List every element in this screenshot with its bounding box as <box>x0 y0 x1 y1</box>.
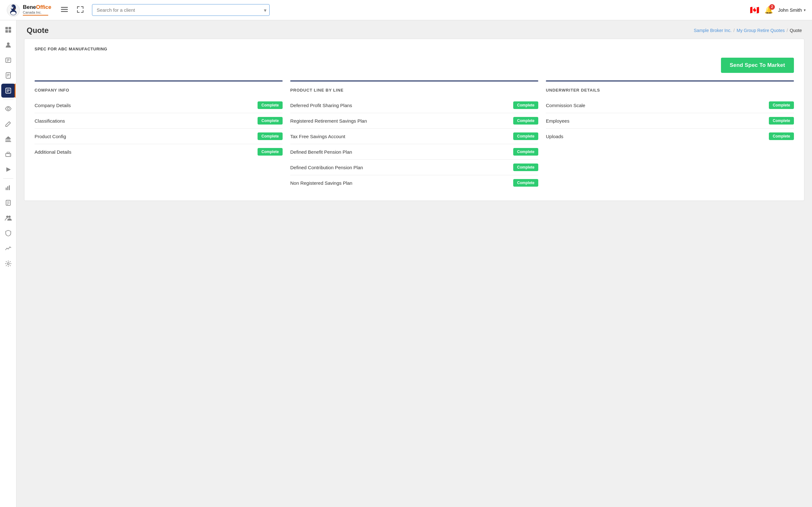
spec-row-label: Defined Benefit Pension Plan <box>290 149 513 155</box>
status-badge: Complete <box>258 117 283 124</box>
quote-card: SPEC FOR ABC MANUFACTURING Send Spec To … <box>24 39 804 201</box>
svg-rect-29 <box>7 139 8 141</box>
sidebar-item-analytics[interactable] <box>1 181 15 194</box>
svg-point-6 <box>11 12 16 15</box>
chart-icon <box>5 245 11 251</box>
breadcrumb-quotes[interactable]: My Group Retire Quotes <box>737 28 785 33</box>
sidebar-item-documents[interactable] <box>1 68 15 82</box>
svg-rect-13 <box>9 30 11 33</box>
breadcrumb-sep-1: / <box>733 28 734 33</box>
svg-rect-7 <box>61 7 68 8</box>
bank-icon <box>5 136 11 142</box>
logo-area: BeneOffice Canada Inc. <box>6 3 51 17</box>
sidebar-item-bank[interactable] <box>1 132 15 146</box>
notification-wrapper[interactable]: 🔔 2 <box>764 6 773 14</box>
sidebar-item-dashboard[interactable] <box>1 23 15 37</box>
search-input[interactable] <box>92 4 270 16</box>
sidebar-item-shield[interactable] <box>1 226 15 240</box>
spec-row[interactable]: ClassificationsComplete <box>35 113 283 129</box>
columns-row: COMPANY INFOCompany DetailsCompleteClass… <box>35 80 794 190</box>
logo-canada: Canada Inc. <box>23 10 51 14</box>
sidebar-item-reports[interactable] <box>1 196 15 210</box>
edit-icon <box>5 121 11 127</box>
hamburger-button[interactable] <box>59 5 70 15</box>
svg-point-36 <box>9 155 10 155</box>
sidebar-item-person[interactable] <box>1 38 15 52</box>
spec-row[interactable]: Product ConfigComplete <box>35 129 283 144</box>
spec-row[interactable]: UploadsComplete <box>546 129 794 144</box>
sidebar-item-settings[interactable] <box>1 257 15 271</box>
svg-point-14 <box>7 43 9 45</box>
svg-marker-32 <box>5 136 11 139</box>
logo-text: BeneOffice Canada Inc. <box>23 4 51 15</box>
spec-row-label: Product Config <box>35 134 258 139</box>
user-name: John Smith <box>778 7 802 13</box>
quotes-icon <box>5 88 11 94</box>
column-title-1: PRODUCT LINE BY LINE <box>290 88 538 93</box>
spec-row[interactable]: Deferred Profit Sharing PlansComplete <box>290 98 538 113</box>
spec-row[interactable]: Defined Contribution Pension PlanComplet… <box>290 160 538 175</box>
breadcrumb-sep-2: / <box>786 28 788 33</box>
analytics-icon <box>5 184 11 191</box>
nav-right: 🇨🇦 🔔 2 John Smith ▾ <box>750 6 806 14</box>
sidebar-item-quotes[interactable] <box>1 83 15 98</box>
svg-point-4 <box>12 6 13 7</box>
spec-row[interactable]: EmployeesComplete <box>546 113 794 129</box>
logo-underline <box>23 15 48 15</box>
column-0: COMPANY INFOCompany DetailsCompleteClass… <box>35 80 283 190</box>
svg-rect-38 <box>6 187 7 190</box>
spec-row[interactable]: Tax Free Savings AccountComplete <box>290 129 538 144</box>
svg-marker-37 <box>6 167 11 172</box>
sidebar-item-fax[interactable] <box>1 147 15 161</box>
spec-row[interactable]: Registered Retirement Savings PlanComple… <box>290 113 538 129</box>
svg-rect-12 <box>5 30 8 33</box>
sidebar-divider-2 <box>3 178 13 179</box>
svg-rect-8 <box>61 9 68 10</box>
user-chevron-icon: ▾ <box>804 8 806 12</box>
document-icon <box>5 72 11 78</box>
spec-row[interactable]: Additional DetailsComplete <box>35 144 283 159</box>
menu-icon <box>61 7 68 12</box>
spec-row-label: Company Details <box>35 103 258 108</box>
sidebar-item-play[interactable] <box>1 163 15 176</box>
logo-office: Office <box>36 4 51 10</box>
spec-row[interactable]: Defined Benefit Pension PlanComplete <box>290 144 538 160</box>
spec-row-label: Uploads <box>546 134 769 139</box>
column-title-0: COMPANY INFO <box>35 88 283 93</box>
puffin-logo <box>6 3 20 17</box>
content-area: Quote Sample Broker Inc. / My Group Reti… <box>16 20 812 507</box>
status-badge: Complete <box>513 148 538 156</box>
status-badge: Complete <box>769 117 794 124</box>
sidebar-divider-1 <box>3 100 13 100</box>
page-header: Quote Sample Broker Inc. / My Group Reti… <box>16 20 812 39</box>
user-menu[interactable]: John Smith ▾ <box>778 7 806 13</box>
status-badge: Complete <box>513 164 538 171</box>
status-badge: Complete <box>513 132 538 140</box>
breadcrumb-broker[interactable]: Sample Broker Inc. <box>694 28 731 33</box>
column-1: PRODUCT LINE BY LINEDeferred Profit Shar… <box>290 80 538 190</box>
spec-row[interactable]: Commission ScaleComplete <box>546 98 794 113</box>
spec-row[interactable]: Non Registered Savings PlanComplete <box>290 175 538 190</box>
sidebar-item-groups[interactable] <box>1 211 15 225</box>
search-wrapper: ▾ <box>92 4 270 16</box>
send-spec-button[interactable]: Send Spec To Market <box>721 58 794 73</box>
svg-rect-19 <box>6 72 10 78</box>
sidebar-item-chart[interactable] <box>1 241 15 256</box>
spec-row[interactable]: Company DetailsComplete <box>35 98 283 113</box>
sidebar <box>0 20 16 507</box>
dashboard-icon <box>5 26 11 33</box>
svg-rect-11 <box>9 27 11 30</box>
shield-icon <box>5 230 11 236</box>
notification-badge: 2 <box>769 4 775 10</box>
svg-rect-31 <box>9 139 10 141</box>
spec-row-label: Employees <box>546 118 769 124</box>
status-badge: Complete <box>769 101 794 109</box>
main-layout: Quote Sample Broker Inc. / My Group Reti… <box>0 20 812 507</box>
expand-button[interactable] <box>75 4 86 16</box>
column-title-2: UNDERWRITER DETAILS <box>546 88 794 93</box>
svg-rect-9 <box>61 11 68 12</box>
svg-point-47 <box>7 263 9 265</box>
sidebar-item-view[interactable] <box>1 102 15 116</box>
sidebar-item-edit[interactable] <box>1 117 15 131</box>
sidebar-item-contacts[interactable] <box>1 53 15 67</box>
